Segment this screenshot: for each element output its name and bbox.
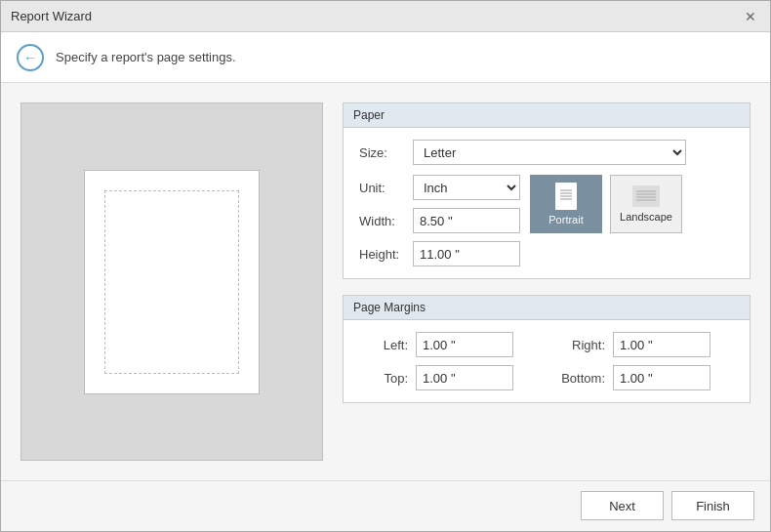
margins-section: Page Margins Left: Right: [343, 295, 751, 403]
unit-label: Unit: [359, 181, 413, 195]
bottom-margin-label: Bottom: [556, 371, 605, 386]
next-button[interactable]: Next [581, 491, 664, 520]
width-input[interactable] [413, 208, 520, 233]
height-row: Height: [359, 241, 520, 266]
report-wizard-window: Report Wizard ✕ ← Specify a report's pag… [0, 0, 771, 532]
size-row: Size: Letter A4 Legal Custom [359, 140, 734, 165]
left-margin-row: Left: [359, 332, 537, 357]
landscape-icon [632, 185, 660, 207]
back-icon: ← [23, 50, 37, 65]
margins-section-header: Page Margins [344, 296, 750, 320]
left-margin-input[interactable] [416, 332, 513, 357]
bottom-margin-input[interactable] [613, 365, 710, 390]
paper-section-header: Paper [344, 103, 750, 128]
page-preview-area [20, 102, 323, 461]
paper-section: Paper Size: Letter A4 Legal Custom [343, 102, 751, 279]
bottom-margin-row: Bottom: [556, 365, 734, 390]
page-preview [84, 170, 260, 394]
window-title: Report Wizard [11, 9, 92, 23]
back-button[interactable]: ← [17, 44, 44, 71]
landscape-label: Landscape [620, 211, 672, 223]
right-margin-label: Right: [556, 338, 605, 352]
top-margin-label: Top: [359, 371, 408, 386]
paper-section-body: Size: Letter A4 Legal Custom [344, 128, 750, 278]
width-label: Width: [359, 214, 413, 228]
main-content: Paper Size: Letter A4 Legal Custom [1, 83, 770, 480]
orientation-buttons: Portrait Landscape [530, 175, 682, 233]
right-margin-input[interactable] [613, 332, 710, 357]
portrait-icon [555, 183, 577, 210]
settings-area: Paper Size: Letter A4 Legal Custom [343, 102, 751, 461]
left-margin-label: Left: [359, 338, 408, 352]
portrait-button[interactable]: Portrait [530, 175, 602, 233]
size-select[interactable]: Letter A4 Legal Custom [413, 140, 686, 165]
svg-rect-6 [632, 185, 660, 207]
unit-select[interactable]: Inch Millimeter Centimeter [413, 175, 520, 200]
margins-grid: Left: Right: Top: [359, 332, 734, 390]
header-description: Specify a report's page settings. [56, 50, 236, 64]
height-label: Height: [359, 247, 413, 262]
top-margin-row: Top: [359, 365, 537, 390]
footer: Next Finish [1, 480, 770, 531]
finish-button[interactable]: Finish [671, 491, 754, 520]
width-row: Width: [359, 208, 520, 233]
right-margin-row: Right: [556, 332, 734, 357]
height-input[interactable] [413, 241, 520, 266]
landscape-button[interactable]: Landscape [610, 175, 682, 233]
unit-row: Unit: Inch Millimeter Centimeter [359, 175, 520, 200]
title-bar: Report Wizard ✕ [1, 1, 770, 32]
unit-orientation-row: Unit: Inch Millimeter Centimeter Width: [359, 175, 734, 266]
unit-dim-col: Unit: Inch Millimeter Centimeter Width: [359, 175, 520, 266]
close-button[interactable]: ✕ [741, 7, 760, 26]
margins-section-body: Left: Right: Top: [344, 320, 750, 402]
portrait-label: Portrait [548, 214, 583, 225]
size-label: Size: [359, 145, 413, 160]
header-bar: ← Specify a report's page settings. [1, 32, 770, 83]
page-margin-preview [104, 190, 239, 374]
top-margin-input[interactable] [416, 365, 513, 390]
